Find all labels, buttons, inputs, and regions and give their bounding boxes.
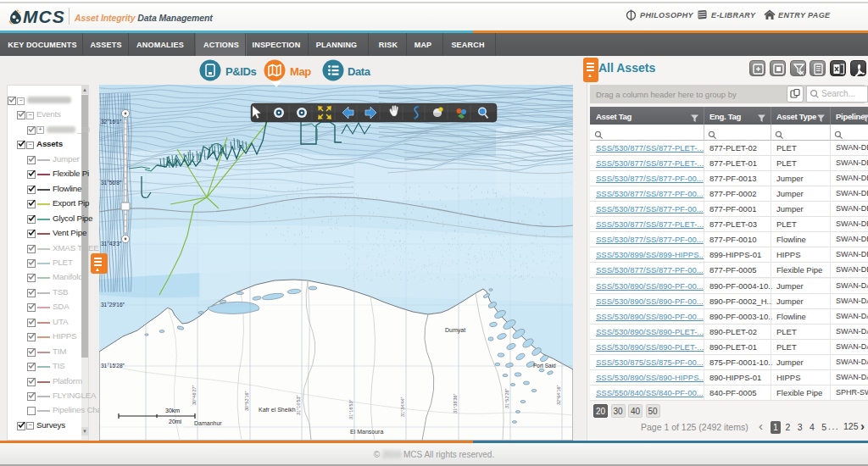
- svg-text:Kafr el Sheikh: Kafr el Sheikh: [259, 407, 296, 413]
- svg-text:32°16′1″: 32°16′1″: [101, 119, 122, 125]
- svg-text:32°64′16″: 32°64′16″: [556, 385, 561, 405]
- svg-text:Damanhur: Damanhur: [194, 420, 222, 426]
- svg-text:31°38′36″: 31°38′36″: [453, 393, 458, 413]
- svg-text:31°56′8″: 31°56′8″: [101, 180, 122, 186]
- svg-text:30km: 30km: [165, 408, 180, 413]
- svg-text:31°52′28″: 31°52′28″: [504, 388, 509, 408]
- svg-text:El Mansoura: El Mansoura: [350, 429, 383, 435]
- svg-text:20mi: 20mi: [169, 419, 182, 424]
- svg-text:30°46′27″: 30°46′27″: [192, 385, 197, 405]
- svg-text:30°52′16″: 30°52′16″: [244, 391, 249, 411]
- svg-text:31°16′53″: 31°16′53″: [348, 399, 353, 419]
- svg-text:31°34′44″: 31°34′44″: [400, 397, 405, 417]
- svg-text:Dumyat: Dumyat: [445, 327, 465, 334]
- svg-text:Port Said: Port Said: [533, 363, 556, 369]
- svg-text:31°29′16″: 31°29′16″: [101, 302, 125, 308]
- svg-text:31°43′3″: 31°43′3″: [101, 241, 122, 247]
- svg-text:31°10′53″: 31°10′53″: [296, 395, 301, 415]
- svg-text:31°15′28″: 31°15′28″: [101, 363, 125, 369]
